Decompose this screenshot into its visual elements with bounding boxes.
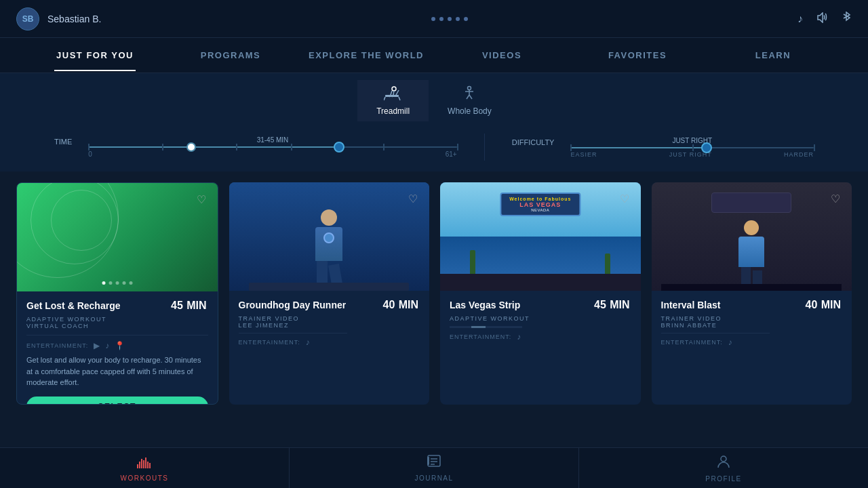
card-1-image: ♡ (17, 183, 218, 291)
difficulty-thumb[interactable] (701, 142, 712, 153)
nav-favorites[interactable]: FAVORITES (570, 39, 705, 71)
dot-4 (456, 17, 460, 21)
sub-nav-treadmill[interactable]: Treadmill (357, 80, 429, 121)
journal-icon (427, 455, 441, 472)
music-icon[interactable]: ♪ (797, 13, 803, 25)
tick-5 (383, 144, 384, 150)
main-nav: JUST FOR YOU PROGRAMS EXPLORE THE WORLD … (0, 38, 868, 73)
card-4-favorite[interactable]: ♡ (826, 189, 845, 208)
bottom-nav-profile[interactable]: PROFILE (579, 448, 868, 488)
difficulty-slider-track[interactable] (570, 147, 814, 148)
card-1-body: Get Lost & Recharge 45 MIN ADAPTIVE WORK… (17, 291, 218, 405)
card-1-divider (26, 335, 208, 336)
svg-line-2 (399, 97, 400, 100)
card-dot-3 (115, 281, 119, 285)
user-name: Sebastian B. (47, 14, 101, 24)
bottom-nav-workouts[interactable]: WORKOUTS (0, 448, 289, 488)
time-thumb-right[interactable] (334, 142, 344, 152)
bottom-nav: WORKOUTS JOURNAL PROFILE (0, 447, 868, 488)
card-2-title-row: Groundhog Day Runner 40 MIN (239, 299, 420, 311)
tick-1 (162, 144, 163, 150)
card-4-entertainment: ENTERTAINMENT: ♪ (661, 338, 843, 347)
svg-rect-20 (149, 463, 151, 468)
card-3-entertainment: ENTERTAINMENT: ♪ (450, 332, 631, 342)
svg-rect-17 (143, 460, 144, 468)
dot-2 (439, 17, 443, 21)
time-max-label: 61+ (446, 150, 457, 158)
filter-bar: TIME 31-45 MIN 0 61+ DI (0, 128, 868, 171)
card-3-music-icon: ♪ (517, 332, 521, 342)
card-2-music-icon: ♪ (306, 338, 310, 347)
whole-body-icon (460, 85, 479, 104)
nav-explore-world[interactable]: EXPLORE THE WORLD (298, 39, 434, 71)
time-slider-fill (88, 146, 339, 148)
nav-learn[interactable]: LEARN (705, 39, 841, 71)
card-3-duration: 45 MIN (594, 299, 631, 311)
nav-just-for-you[interactable]: JUST FOR YOU (27, 39, 163, 71)
svg-point-9 (468, 87, 471, 90)
card-2-favorite[interactable]: ♡ (403, 189, 422, 208)
harder-label: HARDER (784, 151, 814, 158)
bluetooth-icon[interactable] (842, 12, 852, 26)
card-1-duration: 45 MIN (171, 300, 208, 312)
play-icon: ▶ (94, 341, 100, 350)
svg-line-6 (393, 91, 394, 95)
nav-videos[interactable]: VIDEOS (434, 39, 570, 71)
tick-6 (457, 144, 458, 150)
svg-line-12 (467, 95, 469, 99)
card-2-title: Groundhog Day Runner (239, 300, 347, 310)
avatar: SB (16, 7, 39, 30)
svg-line-1 (384, 97, 385, 100)
card-dot-1 (102, 281, 105, 285)
header-icons: ♪ (797, 12, 852, 26)
svg-line-3 (396, 90, 399, 95)
diff-tick-1 (692, 144, 694, 151)
card-4-title: Interval Blast (661, 300, 721, 310)
bottom-nav-journal[interactable]: JOURNAL (290, 448, 578, 488)
workouts-label: WORKOUTS (121, 474, 169, 482)
location-icon: 📍 (115, 341, 125, 350)
card-2-divider (239, 333, 348, 333)
svg-point-26 (721, 456, 726, 462)
card-3-image: Welcome to Fabulous LAS VEGAS NEVADA ♡ (440, 182, 641, 291)
profile-label: PROFILE (705, 475, 741, 483)
header-dots (431, 17, 468, 21)
card-3-body: Las Vegas Strip 45 MIN ADAPTIVE WORKOUT … (440, 291, 641, 405)
profile-icon (716, 454, 731, 472)
card-1-entertainment: ENTERTAINMENT: ▶ ♪ 📍 (26, 341, 208, 350)
time-slider-track[interactable] (88, 146, 456, 148)
card-4-image: ♡ (652, 182, 852, 291)
difficulty-value: JUST RIGHT (570, 137, 814, 144)
card-2-type: TRAINER VIDEO LEE JIMENEZ (239, 315, 420, 329)
difficulty-slider-labels: EASIER JUST RIGHT HARDER (570, 151, 814, 158)
header-left: SB Sebastian B. (16, 7, 101, 30)
card-1-dots (102, 281, 132, 285)
card-1-title-row: Get Lost & Recharge 45 MIN (26, 300, 208, 312)
nav-programs[interactable]: PROGRAMS (163, 39, 298, 71)
sub-nav-whole-body[interactable]: Whole Body (429, 80, 511, 121)
tick-0 (88, 144, 90, 150)
card-1-type: ADAPTIVE WORKOUT VIRTUAL COACH (26, 316, 208, 329)
difficulty-filter-label: DIFFICULTY (512, 138, 560, 146)
svg-point-4 (392, 87, 396, 91)
cards-section: ♡ Get Lost & Recharge 45 MIN ADAPTIVE WO… (0, 171, 868, 415)
easier-label: EASIER (570, 151, 597, 158)
volume-icon[interactable] (816, 12, 829, 26)
diff-tick-0 (570, 144, 572, 151)
svg-line-5 (391, 91, 392, 95)
card-2-entertainment: ENTERTAINMENT: ♪ (239, 338, 420, 347)
card-interval-blast: ♡ Interval Blast 40 MIN TRAINER VIDEO BR… (652, 182, 852, 405)
card-1-desc: Get lost and allow your body to recharge… (26, 354, 208, 388)
card-4-divider (661, 333, 770, 333)
time-thumb-left[interactable] (186, 142, 196, 152)
card-dot-5 (129, 281, 132, 285)
card-get-lost: ♡ Get Lost & Recharge 45 MIN ADAPTIVE WO… (16, 182, 218, 405)
svg-line-13 (469, 95, 472, 99)
select-button[interactable]: SELECT (26, 396, 208, 405)
journal-label: JOURNAL (414, 474, 453, 482)
card-1-favorite[interactable]: ♡ (192, 190, 211, 209)
svg-rect-18 (145, 458, 146, 468)
card-4-body: Interval Blast 40 MIN TRAINER VIDEO BRIN… (652, 291, 852, 405)
time-filter-label: TIME (54, 138, 77, 146)
card-3-favorite[interactable]: ♡ (615, 189, 634, 208)
